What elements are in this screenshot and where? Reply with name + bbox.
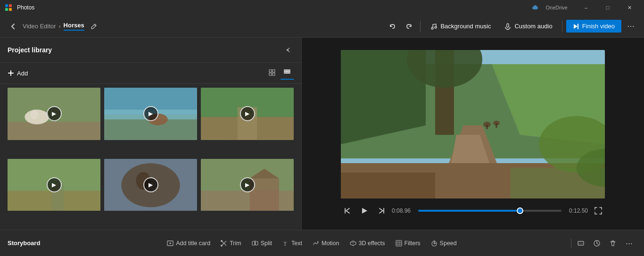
media-item[interactable]: ▶	[104, 159, 197, 211]
svg-rect-70	[256, 241, 258, 245]
panel-title: Project library	[8, 46, 52, 54]
close-btn[interactable]: ✕	[619, 0, 640, 15]
play-btn[interactable]: ▶	[240, 177, 255, 192]
svg-rect-15	[284, 70, 286, 71]
rename-btn[interactable]	[87, 20, 100, 33]
view-toggle	[265, 66, 294, 80]
storyboard-label: Storyboard	[8, 239, 55, 247]
svg-rect-69	[252, 241, 255, 245]
svg-rect-1	[9, 4, 12, 7]
svg-rect-20	[289, 72, 290, 74]
filters-btn[interactable]: Filters	[391, 237, 425, 249]
media-item[interactable]: ▶	[201, 88, 294, 140]
play-pause-btn[interactable]	[358, 204, 371, 217]
panel-header: Project library	[0, 38, 301, 63]
video-preview	[341, 50, 605, 198]
time-current: 0:08.96	[392, 207, 414, 214]
progress-bar[interactable]	[418, 210, 561, 212]
delete-btn[interactable]	[605, 236, 620, 251]
project-library-panel: Project library Add	[0, 38, 302, 230]
svg-rect-17	[289, 70, 290, 71]
redo-btn[interactable]	[401, 19, 416, 34]
add-media-btn[interactable]: Add	[8, 70, 28, 77]
svg-text:T: T	[283, 240, 287, 247]
3d-effects-icon	[350, 240, 356, 247]
add-title-card-btn[interactable]: Add title card	[162, 237, 215, 249]
svg-rect-11	[269, 70, 272, 72]
play-btn[interactable]: ▶	[47, 106, 62, 121]
svg-rect-22	[8, 122, 100, 140]
media-item[interactable]: ▶	[201, 159, 294, 211]
svg-rect-39	[201, 190, 294, 211]
svg-point-5	[435, 26, 437, 28]
svg-rect-55	[486, 124, 488, 129]
svg-rect-18	[284, 72, 286, 74]
svg-rect-51	[341, 173, 435, 198]
video-preview-panel: 0:08.96 0:12.50	[302, 38, 644, 230]
play-btn[interactable]: ▶	[240, 106, 255, 121]
media-grid: ▶ ▶ ▶	[0, 84, 301, 230]
3d-effects-btn[interactable]: 3D effects	[345, 237, 390, 249]
minimize-btn[interactable]: –	[575, 0, 597, 15]
resize-btn[interactable]	[573, 236, 588, 251]
collapse-panel-btn[interactable]	[281, 43, 294, 57]
background-music-btn[interactable]: Background music	[424, 20, 496, 33]
breadcrumb-current[interactable]: Horses	[64, 22, 84, 31]
more-options-btn[interactable]: ⋯	[623, 19, 638, 34]
text-btn[interactable]: T Text	[278, 237, 307, 249]
svg-marker-72	[317, 241, 319, 242]
progress-fill	[418, 210, 520, 212]
media-item[interactable]: ▶	[8, 159, 100, 211]
svg-point-4	[431, 27, 433, 29]
speed-btn[interactable]: Speed	[426, 237, 462, 249]
fullscreen-btn[interactable]	[592, 204, 605, 217]
onedrive-btn[interactable]	[524, 0, 546, 15]
svg-rect-3	[9, 8, 12, 11]
grid-small-btn[interactable]	[281, 66, 294, 80]
more-storyboard-btn[interactable]: ⋯	[621, 236, 636, 251]
media-item[interactable]: ▶	[104, 88, 197, 140]
breadcrumb: Video Editor › Horses	[23, 20, 383, 33]
grid-large-btn[interactable]	[265, 66, 279, 80]
app-icon	[4, 3, 13, 12]
svg-rect-13	[269, 73, 272, 75]
media-item[interactable]: ▶	[8, 88, 100, 140]
time-total: 0:12.50	[565, 207, 588, 214]
split-btn[interactable]: Split	[247, 237, 277, 249]
maximize-btn[interactable]: □	[597, 0, 619, 15]
play-btn[interactable]: ▶	[143, 177, 158, 192]
speed-icon	[431, 240, 438, 247]
back-btn[interactable]	[6, 19, 21, 34]
app-title: Photos	[17, 4, 34, 11]
duration-btn[interactable]	[589, 236, 604, 251]
panel-toolbar: Add	[0, 63, 301, 84]
skip-forward-btn[interactable]	[375, 204, 388, 217]
svg-rect-6	[507, 24, 509, 27]
progress-thumb	[517, 207, 523, 214]
custom-audio-btn[interactable]: Custom audio	[498, 20, 558, 33]
main-toolbar: Video Editor › Horses	[0, 15, 644, 38]
breadcrumb-parent[interactable]: Video Editor	[23, 23, 56, 30]
storyboard-icon-group: ⋯	[573, 236, 636, 251]
trim-btn[interactable]: Trim	[216, 237, 246, 249]
onedrive-label: OneDrive	[546, 5, 568, 10]
undo-btn[interactable]	[385, 19, 400, 34]
play-btn[interactable]: ▶	[143, 106, 158, 121]
window-controls: OneDrive – □ ✕	[524, 0, 640, 15]
svg-rect-16	[287, 70, 288, 71]
player-controls: 0:08.96 0:12.50	[341, 204, 605, 217]
play-btn[interactable]: ▶	[47, 177, 62, 192]
trim-icon	[221, 240, 227, 247]
svg-rect-56	[495, 123, 497, 128]
skip-back-btn[interactable]	[341, 204, 354, 217]
storyboard-bar: Storyboard Add title card Trim	[0, 230, 644, 256]
split-icon	[252, 240, 258, 247]
filters-icon	[396, 240, 402, 247]
svg-line-86	[597, 243, 598, 244]
title-bar: Photos OneDrive – □ ✕	[0, 0, 644, 15]
svg-rect-19	[287, 72, 288, 74]
svg-point-24	[31, 110, 39, 120]
motion-btn[interactable]: Motion	[308, 237, 344, 249]
svg-rect-14	[272, 73, 275, 75]
finish-video-btn[interactable]: Finish video	[566, 20, 621, 33]
